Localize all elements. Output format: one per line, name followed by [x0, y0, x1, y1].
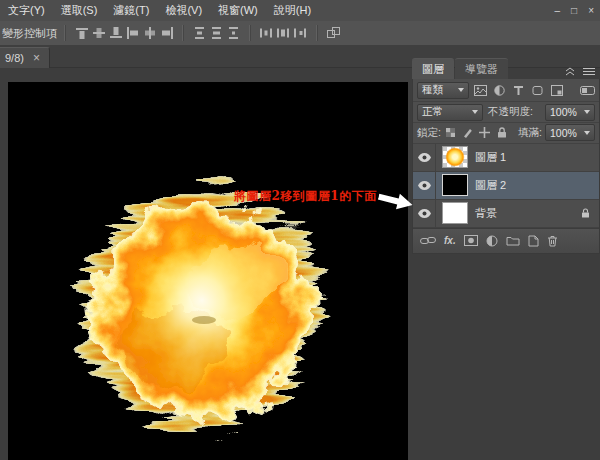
opacity-value-dropdown[interactable]: 100%: [545, 104, 595, 121]
background-thumbnail[interactable]: [442, 202, 468, 224]
tab-close-icon[interactable]: ×: [33, 52, 40, 64]
layer-filter-row: 種類: [413, 79, 599, 102]
panel-tab-bar: 圖層 導覽器: [412, 58, 600, 79]
filter-pixel-layers-icon[interactable]: [473, 82, 488, 98]
opacity-label: 不透明度:: [488, 105, 533, 119]
lock-label: 鎖定:: [417, 126, 441, 140]
toolbar-separator: [249, 25, 251, 41]
lock-all-icon[interactable]: [495, 125, 509, 141]
fill-label: 填滿:: [518, 126, 542, 140]
layer-row-background[interactable]: 背景: [413, 200, 599, 228]
distribute-vertical-centers-icon[interactable]: [208, 24, 225, 42]
layer-style-fx-button[interactable]: fx.: [444, 235, 456, 246]
visibility-eye-icon[interactable]: [413, 144, 436, 171]
blend-mode-row: 正常 不透明度: 100%: [413, 102, 599, 123]
distribute-left-edges-icon[interactable]: [258, 24, 275, 42]
menu-filter[interactable]: 濾鏡(T): [105, 0, 157, 21]
distribute-top-edges-icon[interactable]: [191, 24, 208, 42]
distribute-bottom-edges-icon[interactable]: [225, 24, 242, 42]
tab-layers[interactable]: 圖層: [412, 58, 454, 79]
minimize-button[interactable]: –: [555, 5, 561, 16]
layer-row-layer1[interactable]: 圖層 1: [413, 144, 599, 172]
toolbar-separator: [182, 25, 184, 41]
layers-panel-footer: fx.: [413, 228, 599, 253]
close-button[interactable]: ×: [588, 5, 594, 16]
menu-bar: 文字(Y) 選取(S) 濾鏡(T) 檢視(V) 視窗(W) 說明(H) – □ …: [0, 0, 600, 22]
visibility-eye-icon[interactable]: [413, 172, 436, 199]
align-left-edges-icon[interactable]: [124, 24, 141, 42]
layer2-thumbnail[interactable]: [442, 174, 468, 196]
chevron-down-icon: [584, 110, 590, 114]
new-group-icon[interactable]: [506, 235, 520, 246]
layer-name: 背景: [475, 206, 497, 221]
chevron-down-icon: [472, 110, 478, 114]
add-layer-mask-icon[interactable]: [464, 235, 478, 246]
lock-transparency-icon[interactable]: [444, 125, 458, 141]
filter-toggle-switch[interactable]: [580, 86, 595, 95]
toolbar-separator: [316, 25, 318, 41]
filter-adjustment-layers-icon[interactable]: [492, 82, 507, 98]
fill-value-dropdown[interactable]: 100%: [545, 124, 595, 141]
transform-controls-label: 變形控制項: [2, 26, 57, 41]
document-tab[interactable]: 9/8) ×: [0, 47, 50, 68]
layers-list: 圖層 1 圖層 2 背景: [413, 144, 599, 228]
layer1-thumbnail[interactable]: [442, 146, 468, 168]
new-adjustment-layer-icon[interactable]: [486, 235, 498, 247]
tab-layers-label: 圖層: [422, 62, 444, 77]
link-layers-icon[interactable]: [420, 235, 436, 246]
distribute-horizontal-centers-icon[interactable]: [275, 24, 292, 42]
lock-position-icon[interactable]: [478, 125, 492, 141]
align-horizontal-centers-icon[interactable]: [141, 24, 158, 42]
lock-row: 鎖定: 填滿: 100%: [413, 123, 599, 144]
layers-panel: 種類 正常 不透明度: 100% 鎖定: 填滿:: [412, 79, 600, 254]
kind-filter-dropdown[interactable]: 種類: [417, 82, 469, 99]
background-lock-icon: [581, 208, 590, 218]
menu-select[interactable]: 選取(S): [53, 0, 106, 21]
new-layer-icon[interactable]: [528, 235, 539, 247]
menu-window[interactable]: 視窗(W): [210, 0, 266, 21]
lock-paint-icon[interactable]: [461, 125, 475, 141]
blend-mode-value: 正常: [422, 105, 443, 119]
auto-align-layers-icon[interactable]: [325, 24, 342, 42]
layer-name: 圖層 2: [475, 178, 506, 193]
opacity-value: 100%: [550, 106, 577, 118]
visibility-eye-icon[interactable]: [413, 200, 436, 227]
align-bottom-edges-icon[interactable]: [107, 24, 124, 42]
layer-name: 圖層 1: [475, 150, 506, 165]
tab-navigator-label: 導覽器: [465, 62, 498, 77]
menu-type[interactable]: 文字(Y): [0, 0, 53, 21]
panel-collapse-icon[interactable]: [565, 67, 575, 76]
canvas-area: [8, 82, 408, 460]
distribute-right-edges-icon[interactable]: [292, 24, 309, 42]
restore-button[interactable]: □: [571, 5, 577, 16]
panel-menu-icon[interactable]: [583, 67, 595, 76]
window-controls: – □ ×: [555, 0, 594, 21]
delete-layer-icon[interactable]: [547, 235, 558, 247]
filter-type-layers-icon[interactable]: [511, 82, 526, 98]
blend-mode-dropdown[interactable]: 正常: [417, 104, 483, 121]
filter-shape-layers-icon[interactable]: [530, 82, 545, 98]
document-tab-title: 9/8): [5, 52, 24, 64]
annotation-text: 將圖層2移到圖層1的下面: [234, 188, 377, 205]
photoshop-window: 文字(Y) 選取(S) 濾鏡(T) 檢視(V) 視窗(W) 說明(H) – □ …: [0, 0, 600, 460]
kind-filter-label: 種類: [422, 83, 443, 97]
options-bar: 變形控制項: [0, 21, 600, 46]
align-vertical-centers-icon[interactable]: [90, 24, 107, 42]
chevron-down-icon: [458, 88, 464, 92]
layer-row-layer2-selected[interactable]: 圖層 2: [413, 172, 599, 200]
filter-smart-objects-icon[interactable]: [549, 82, 564, 98]
fill-value: 100%: [550, 127, 577, 139]
menu-view[interactable]: 檢視(V): [157, 0, 210, 21]
menu-help[interactable]: 說明(H): [266, 0, 319, 21]
toolbar-separator: [64, 25, 66, 41]
align-right-edges-icon[interactable]: [158, 24, 175, 42]
chevron-down-icon: [584, 131, 590, 135]
align-top-edges-icon[interactable]: [73, 24, 90, 42]
tab-navigator[interactable]: 導覽器: [455, 58, 508, 79]
